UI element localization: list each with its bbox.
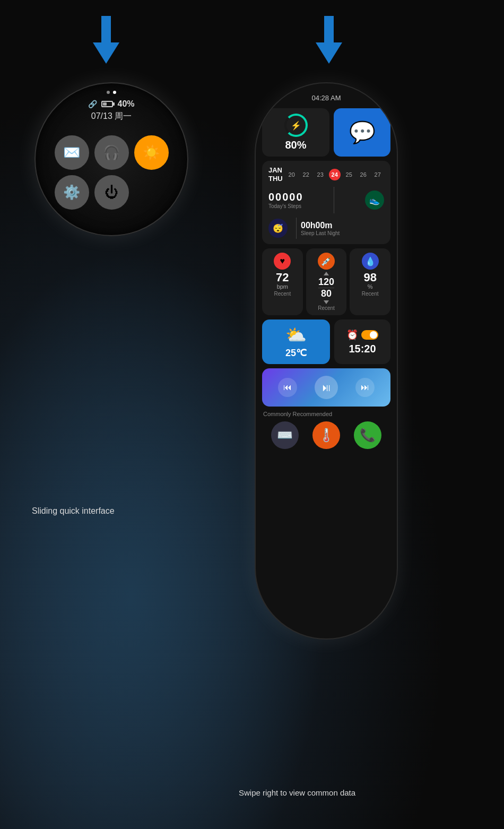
brightness-icon[interactable]: ☀️ [134,135,169,170]
oxygen-sublabel: Recent [362,291,379,297]
caption-left: Sliding quick interface [32,506,115,516]
charge-bolt-icon: ⚡ [291,120,301,131]
sleep-icon: 😴 [268,219,288,238]
weather-alarm-row: ⛅ 25℃ ⏰ 15:20 [262,319,390,364]
watch-app-grid: ✉️ 🎧 ☀️ ⚙️ ⏻ [55,135,169,210]
settings-icon[interactable]: ⚙️ [55,175,89,210]
blood-pressure-card[interactable]: 💉 120 80 Recent [306,248,347,315]
charge-card[interactable]: ⚡ 80% [262,108,329,157]
heart-rate-unit: bpm [277,283,288,290]
message-icon: 💬 [349,120,376,145]
cal-date-20: 20 [286,169,298,180]
message-card[interactable]: 💬 [334,108,390,157]
blood-pressure-icon: 💉 [318,253,335,270]
dot-2 [113,91,116,94]
music-card: ⏮ ⏯ ⏭ [262,368,390,407]
weather-temperature: 25℃ [285,347,307,359]
steps-data: 00000 Today's Steps [268,191,303,209]
watch-date: 07/13 周一 [91,111,132,122]
recommended-apps-row: ⌨️ 🌡️ 📞 [262,421,390,449]
cal-date-22: 22 [300,169,312,180]
watch-status-bar: 🔗 40% [88,99,134,109]
sleep-data: 00h00m Sleep Last Night [301,221,340,236]
power-icon[interactable]: ⏻ [94,175,129,210]
steps-row: 00000 Today's Steps 👟 [268,187,384,213]
battery-fill [103,102,106,106]
right-watch: 04:28 AM ⚡ 80% 💬 JAN THU 20 22 23 24 25 [255,82,398,640]
sleep-row: 😴 00h00m Sleep Last Night [268,218,384,239]
sleep-label: Sleep Last Night [301,230,340,236]
bp-diastolic: 80 [321,288,332,299]
cal-date-26: 26 [358,169,369,180]
sleep-time: 00h00m [301,221,340,230]
heart-rate-value: 72 [276,272,289,283]
weather-icon: ⛅ [285,325,307,345]
cal-date-23: 23 [315,169,326,180]
link-icon: 🔗 [88,100,97,108]
alarm-clock-icon: ⏰ [346,329,358,341]
recommended-label: Commonly Recommended [262,411,390,417]
alarm-header: ⏰ [346,329,378,341]
battery-percentage: 40% [117,99,134,109]
health-metrics-row: ♥ 72 bpm Recent 💉 120 80 Recent 💧 98 % R… [262,248,390,315]
right-arrow [316,16,342,64]
sleep-divider [296,218,297,239]
battery-icon [101,101,113,107]
music-prev-button[interactable]: ⏮ [278,378,297,397]
headphone-icon[interactable]: 🎧 [94,135,129,170]
bp-sublabel: Recent [318,305,335,311]
calendar-steps-card: JAN THU 20 22 23 24 25 26 27 00000 Today… [262,161,390,244]
steps-label: Today's Steps [268,203,303,209]
oxygen-icon: 💧 [362,253,379,270]
cal-date-24-today: 24 [329,169,341,180]
alarm-card[interactable]: ⏰ 15:20 [334,319,390,364]
dot-1 [107,91,110,94]
charge-ring: ⚡ [284,114,308,137]
page-dots [107,91,116,94]
heart-rate-card[interactable]: ♥ 72 bpm Recent [262,248,303,315]
calendar-dates: 20 22 23 24 25 26 27 [286,169,384,180]
battery-body [101,101,113,107]
calendar-month-day: JAN THU [268,166,283,183]
steps-icon: 👟 [365,191,384,210]
oxygen-unit: % [368,283,373,290]
oxygen-card[interactable]: 💧 98 % Recent [350,248,390,315]
charge-message-row: ⚡ 80% 💬 [262,108,390,157]
alarm-toggle[interactable] [361,330,378,340]
caption-right: Swipe right to view common data [239,788,355,797]
heart-rate-sublabel: Recent [274,291,291,297]
bp-arrow-up [324,272,329,275]
charge-percentage: 80% [285,139,306,151]
steps-count: 00000 [268,191,303,203]
phone-app-icon[interactable]: 📞 [354,421,381,449]
alarm-time: 15:20 [349,343,376,355]
keyboard-app-icon[interactable]: ⌨️ [271,421,299,449]
cal-date-25: 25 [343,169,355,180]
steps-divider [334,187,334,213]
music-next-button[interactable]: ⏭ [355,378,375,397]
thermometer-app-icon[interactable]: 🌡️ [312,421,340,449]
cal-date-27: 27 [372,169,384,180]
bp-values: 120 80 [318,277,334,299]
heart-icon: ♥ [274,253,291,270]
bp-systolic: 120 [318,277,334,288]
mail-icon[interactable]: ✉️ [55,135,89,170]
music-play-pause-button[interactable]: ⏯ [315,376,338,399]
left-arrow [93,16,119,64]
left-watch: 🔗 40% 07/13 周一 ✉️ 🎧 ☀️ ⚙️ ⏻ [34,82,188,236]
weather-card[interactable]: ⛅ 25℃ [262,319,330,364]
calendar-header: JAN THU 20 22 23 24 25 26 27 [268,166,384,183]
bp-arrow-down [324,300,329,304]
oxygen-value: 98 [363,272,376,283]
